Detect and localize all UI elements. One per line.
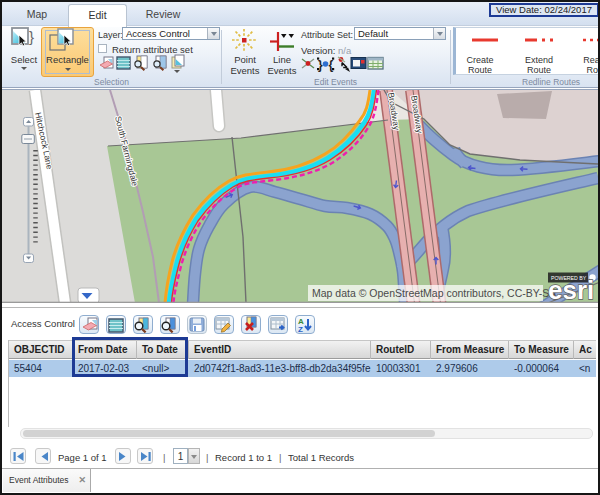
svg-text:Z: Z	[298, 325, 303, 334]
svg-text:esri: esri	[548, 275, 594, 303]
svg-text:}: }	[29, 28, 34, 45]
svg-text:Map data © OpenStreetMap contr: Map data © OpenStreetMap contributors, C…	[312, 287, 556, 299]
